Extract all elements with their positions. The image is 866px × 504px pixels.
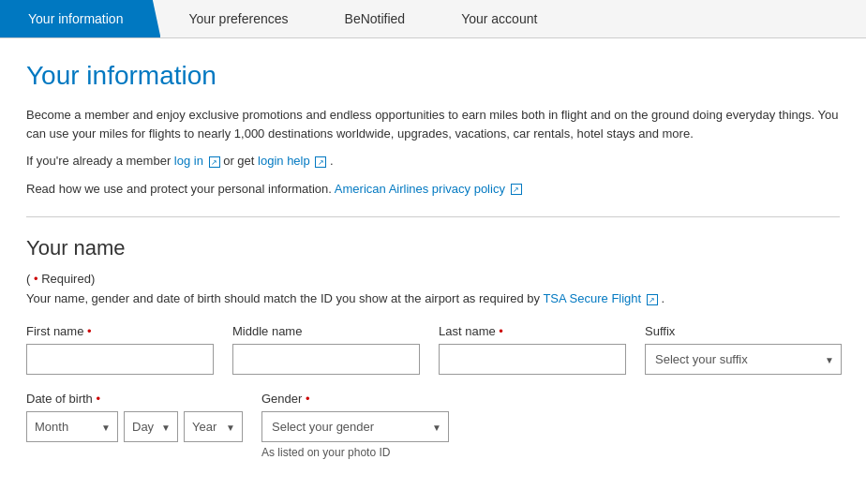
year-select[interactable]: Year 202420232010 200019901980 197019601… bbox=[184, 411, 243, 442]
day-select[interactable]: Day 12345 678910 1112131415 1617181920 2… bbox=[124, 411, 178, 442]
description-2: If you're already a member log in ↗ or g… bbox=[26, 152, 840, 170]
middle-name-label: Middle name bbox=[232, 324, 420, 338]
suffix-group: Suffix Select your suffix Jr. Sr. II III… bbox=[645, 324, 842, 375]
gender-select[interactable]: Select your gender Male Female Unspecifi… bbox=[261, 411, 449, 442]
tab-be-notified[interactable]: BeNotified bbox=[317, 0, 434, 37]
tsa-external-icon: ↗ bbox=[647, 294, 658, 305]
name-fields-row: First name • Middle name Last name • Suf… bbox=[26, 324, 840, 375]
login-link[interactable]: log in bbox=[174, 154, 203, 168]
last-name-group: Last name • bbox=[439, 324, 626, 375]
privacy-policy-link[interactable]: American Airlines privacy policy bbox=[335, 182, 505, 196]
last-name-label: Last name • bbox=[439, 324, 626, 338]
login-external-icon: ↗ bbox=[209, 156, 220, 168]
year-select-wrapper: Year 202420232010 200019901980 197019601… bbox=[184, 411, 243, 442]
dob-gender-row: Date of birth • Month January February M… bbox=[26, 392, 840, 459]
privacy-external-icon: ↗ bbox=[511, 184, 522, 195]
middle-name-input[interactable] bbox=[232, 344, 420, 375]
month-select[interactable]: Month January February March April May J… bbox=[26, 411, 118, 442]
required-note: ( • Required) bbox=[26, 272, 840, 286]
dob-selects: Month January February March April May J… bbox=[26, 411, 243, 442]
id-note: Your name, gender and date of birth shou… bbox=[26, 291, 840, 305]
first-name-group: First name • bbox=[26, 324, 214, 375]
first-name-input[interactable] bbox=[26, 344, 214, 375]
main-content: Your information Become a member and enj… bbox=[0, 38, 866, 498]
gender-label: Gender • bbox=[261, 392, 449, 406]
section-divider bbox=[26, 216, 840, 217]
description-1: Become a member and enjoy exclusive prom… bbox=[26, 106, 840, 142]
tab-your-preferences[interactable]: Your preferences bbox=[160, 0, 316, 37]
page-title: Your information bbox=[26, 61, 840, 91]
suffix-label: Suffix bbox=[645, 324, 842, 338]
suffix-select[interactable]: Select your suffix Jr. Sr. II III IV bbox=[645, 344, 842, 375]
last-name-input[interactable] bbox=[439, 344, 626, 375]
tab-your-account[interactable]: Your account bbox=[433, 0, 565, 37]
description-3: Read how we use and protect your persona… bbox=[26, 180, 840, 199]
login-help-link[interactable]: login help bbox=[258, 154, 310, 168]
section-title-your-name: Your name bbox=[26, 236, 840, 260]
suffix-select-wrapper: Select your suffix Jr. Sr. II III IV bbox=[645, 344, 842, 375]
tab-navigation: Your information Your preferences BeNoti… bbox=[0, 0, 866, 38]
first-name-label: First name • bbox=[26, 324, 214, 338]
tab-your-information[interactable]: Your information bbox=[0, 0, 160, 37]
photo-id-note: As listed on your photo ID bbox=[261, 446, 449, 459]
middle-name-group: Middle name bbox=[232, 324, 420, 375]
dob-label: Date of birth • bbox=[26, 392, 243, 406]
gender-select-wrapper: Select your gender Male Female Unspecifi… bbox=[261, 411, 449, 442]
login-help-external-icon: ↗ bbox=[315, 156, 326, 168]
tsa-secure-flight-link[interactable]: TSA Secure Flight bbox=[543, 291, 641, 305]
day-select-wrapper: Day 12345 678910 1112131415 1617181920 2… bbox=[124, 411, 178, 442]
month-select-wrapper: Month January February March April May J… bbox=[26, 411, 118, 442]
gender-group: Gender • Select your gender Male Female … bbox=[261, 392, 449, 459]
dob-group: Date of birth • Month January February M… bbox=[26, 392, 243, 442]
